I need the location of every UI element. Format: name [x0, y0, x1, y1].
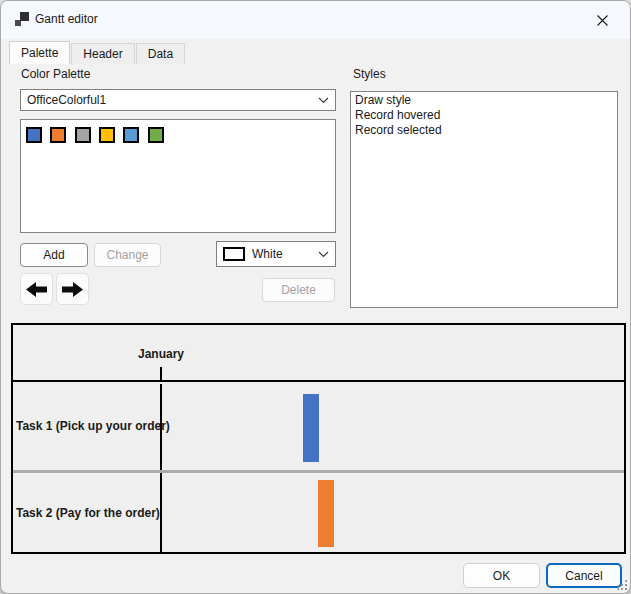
palette-swatch-list[interactable] [20, 119, 336, 233]
palette-swatch[interactable] [50, 127, 66, 143]
move-left-button[interactable] [20, 273, 53, 305]
delete-button[interactable]: Delete [262, 278, 335, 302]
palette-swatch[interactable] [26, 127, 42, 143]
gantt-header-row: January [13, 325, 624, 382]
styles-label: Styles [353, 67, 386, 81]
gantt-column-line [160, 384, 162, 552]
gantt-month-label: January [138, 347, 184, 361]
gantt-row-separator [13, 470, 624, 473]
palette-swatch[interactable] [75, 127, 91, 143]
color-select[interactable]: White [216, 241, 336, 267]
tab-data[interactable]: Data [136, 43, 185, 64]
change-button[interactable]: Change [94, 243, 161, 267]
tab-palette[interactable]: Palette [9, 41, 70, 64]
styles-list-item[interactable]: Record selected [351, 123, 617, 138]
gantt-task-bar [303, 394, 319, 462]
titlebar[interactable]: Gantt editor [1, 1, 630, 39]
move-right-button[interactable] [56, 273, 89, 305]
arrow-left-icon [26, 282, 47, 297]
color-select-value: White [252, 247, 312, 261]
close-icon [596, 14, 609, 27]
gantt-scale-tick [160, 367, 162, 380]
window-title: Gantt editor [35, 12, 98, 26]
tab-strip: Palette Header Data [9, 41, 186, 64]
color-palette-label: Color Palette [21, 67, 90, 81]
gantt-preview: January Task 1 (Pick up your order) Task… [11, 323, 626, 554]
gantt-task-bar [318, 480, 334, 547]
styles-list-item[interactable]: Draw style [351, 93, 617, 108]
selected-color-swatch [223, 247, 245, 261]
close-button[interactable] [581, 6, 623, 34]
palette-select[interactable]: OfficeColorful1 [20, 89, 336, 111]
gantt-editor-dialog: Gantt editor Palette Header Data Color P… [0, 0, 631, 594]
palette-select-value: OfficeColorful1 [27, 93, 312, 107]
tab-header[interactable]: Header [71, 43, 134, 64]
styles-list-item[interactable]: Record hovered [351, 108, 617, 123]
add-button[interactable]: Add [20, 243, 88, 267]
gantt-task-label: Task 1 (Pick up your order) [16, 419, 170, 433]
palette-swatch[interactable] [148, 127, 164, 143]
ok-button[interactable]: OK [463, 563, 540, 588]
chevron-down-icon [318, 251, 329, 258]
palette-swatch[interactable] [99, 127, 115, 143]
arrow-right-icon [62, 282, 83, 297]
cancel-button[interactable]: Cancel [546, 563, 622, 588]
gantt-task-label: Task 2 (Pay for the order) [16, 506, 160, 520]
chevron-down-icon [318, 97, 329, 104]
gantt-app-icon [15, 12, 29, 26]
styles-listbox[interactable]: Draw style Record hovered Record selecte… [350, 91, 618, 308]
palette-swatch[interactable] [123, 127, 139, 143]
